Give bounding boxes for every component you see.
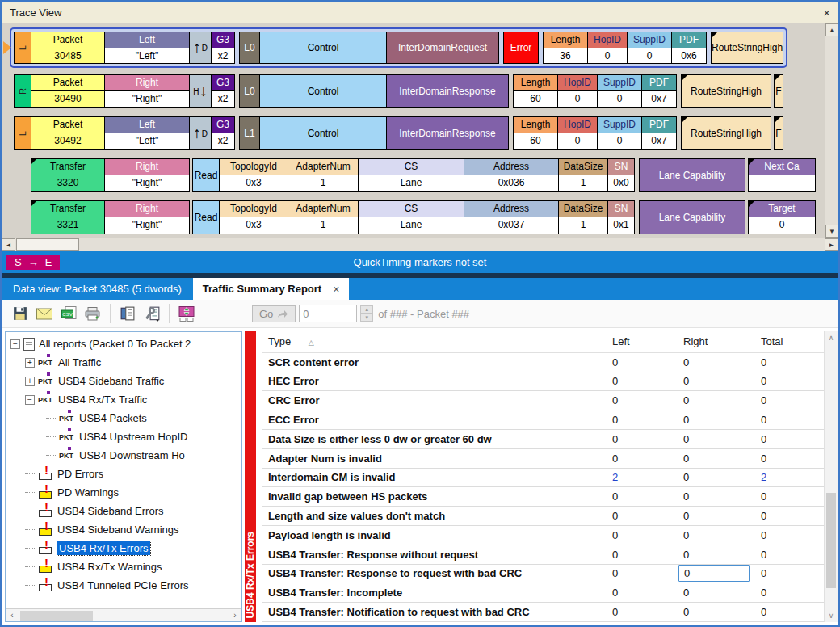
transfer-id-cell[interactable]: Transfer 3321 [31, 200, 105, 234]
transfer-row[interactable]: Transfer 3321 Right "Right" Read Topolog… [14, 200, 825, 234]
length-cell[interactable]: Length36 [543, 32, 588, 64]
datasize-cell[interactable]: DataSize1 [558, 158, 608, 192]
tree-item-usb4-downstream-hopid[interactable]: PKT USB4 Downstream Ho [7, 446, 242, 465]
tree-item-all-reports[interactable]: − All reports (Packet 0 To Packet 2 [7, 335, 242, 353]
table-row[interactable]: Adapter Num is invalid000 [262, 449, 824, 469]
tree-item-usb4-sideband-warnings[interactable]: USB4 Sideband Warnings [7, 520, 242, 539]
hopid-cell[interactable]: HopID0 [557, 116, 598, 150]
datasize-cell[interactable]: DataSize1 [558, 200, 608, 234]
address-cell[interactable]: Address0x037 [464, 200, 559, 234]
close-icon[interactable]: × [823, 6, 830, 19]
packet-number-input[interactable] [299, 305, 357, 322]
control-cell[interactable]: Control [259, 116, 387, 150]
tree-item-all-traffic[interactable]: + PKT All Traffic [7, 353, 242, 372]
table-row[interactable]: SCR content error000 [262, 353, 824, 372]
scroll-up-icon[interactable]: ∧ [825, 331, 838, 344]
column-header-type[interactable]: Type △ [262, 335, 606, 347]
side-cell[interactable]: Right "Right" [104, 74, 190, 108]
save-button[interactable] [10, 304, 31, 323]
message-type-cell[interactable]: InterDomainRequest [386, 32, 499, 64]
routestring-cell[interactable]: RouteStringHigh [681, 74, 771, 108]
scroll-left-icon[interactable]: ‹ [6, 611, 19, 620]
routestring-cell[interactable]: RouteStringHigh [711, 32, 783, 64]
table-row[interactable]: HEC Error000 [262, 372, 824, 392]
routestring-cell[interactable]: RouteStringHigh [681, 116, 771, 150]
scroll-right-icon[interactable]: › [229, 611, 242, 620]
next-field-cell[interactable]: Next Ca [748, 158, 816, 192]
direction-tab[interactable]: L [14, 116, 32, 150]
direction-arrow-cell[interactable]: ↑ D [189, 32, 212, 64]
tree-item-pd-warnings[interactable]: PD Warnings [7, 483, 242, 502]
table-row[interactable]: USB4 Transfer: Notification to request w… [262, 603, 824, 622]
link-cell[interactable]: L1 [239, 116, 260, 150]
packet-id-cell[interactable]: Packet 30490 [31, 74, 105, 108]
expand-icon[interactable]: + [25, 358, 35, 368]
error-cell[interactable]: Error [503, 32, 539, 64]
data-view-label[interactable]: Data view: Packet 30485 (5 dwords) [2, 278, 193, 300]
table-vertical-scrollbar[interactable]: ∧ ∨ [824, 331, 838, 622]
packet-id-cell[interactable]: Packet 30492 [31, 116, 105, 150]
operation-cell[interactable]: Read [192, 158, 220, 192]
table-row[interactable]: USB4 Transfer: Incomplete000 [262, 583, 824, 603]
scrollbar-thumb[interactable] [16, 238, 79, 251]
tree-item-usb4-sideband-errors[interactable]: USB4 Sideband Errors [7, 502, 242, 520]
tree-item-pd-errors[interactable]: PD Errors [7, 465, 242, 483]
column-header-right[interactable]: Right [677, 335, 754, 347]
topologyid-cell[interactable]: TopologyId0x3 [219, 158, 288, 192]
transfer-id-cell[interactable]: Transfer 3320 [31, 158, 105, 192]
capability-cell[interactable]: Lane Capability [639, 200, 746, 234]
scrollbar-thumb[interactable] [20, 611, 93, 621]
suppid-cell[interactable]: SuppID0 [597, 74, 642, 108]
table-row[interactable]: USB4 Transfer: Response to request with … [262, 565, 824, 584]
direction-arrow-cell[interactable]: ↑ D [189, 116, 212, 150]
packet-row[interactable]: L Packet 30485 Left "Left" ↑ D [14, 32, 783, 64]
transfer-row[interactable]: Transfer 3320 Right "Right" Read Topolog… [14, 158, 825, 192]
suppid-cell[interactable]: SuppID0 [597, 116, 642, 150]
collapse-icon[interactable]: − [10, 339, 20, 349]
length-cell[interactable]: Length60 [513, 116, 558, 150]
tree-item-usb4-rxtx-traffic[interactable]: − PKT USB4 Rx/Tx Traffic [7, 390, 242, 409]
sort-ascending-icon[interactable]: △ [309, 339, 314, 347]
link-cell[interactable]: L0 [239, 74, 260, 108]
email-button[interactable] [34, 304, 55, 323]
export-csv-button[interactable]: CSV [58, 304, 79, 323]
length-cell[interactable]: Length60 [513, 74, 558, 108]
hopid-cell[interactable]: HopID0 [557, 74, 598, 108]
trace-vertical-scrollbar[interactable]: ▲ ▼ [825, 23, 838, 238]
side-cell[interactable]: Right "Right" [104, 158, 190, 192]
scroll-left-icon[interactable]: ◄ [2, 238, 15, 251]
report-settings-button[interactable] [141, 304, 162, 323]
tree-horizontal-scrollbar[interactable]: ‹ › [6, 608, 242, 621]
tab-traffic-summary-report[interactable]: Traffic Summary Report × [193, 278, 350, 300]
column-header-total[interactable]: Total [754, 335, 824, 347]
target-field-cell[interactable]: Target0 [748, 200, 816, 234]
table-row-interdomain-cm[interactable]: Interdomain CM is invalid202 [262, 469, 824, 488]
cs-cell[interactable]: CSLane [358, 158, 464, 192]
cs-cell[interactable]: CSLane [358, 200, 464, 234]
adapternum-cell[interactable]: AdapterNum1 [288, 200, 359, 234]
tab-close-icon[interactable]: × [333, 283, 339, 296]
direction-tab[interactable]: L [14, 32, 32, 64]
tree-item-usb4-packets[interactable]: PKT USB4 Packets [7, 409, 242, 427]
direction-arrow-cell[interactable]: H ↓ [189, 74, 212, 108]
clipped-field-cell[interactable]: F [774, 74, 783, 108]
table-row[interactable]: USB4 Transfer: Response without request0… [262, 545, 824, 565]
table-row[interactable]: Invalid gap between HS packets000 [262, 487, 824, 507]
sn-cell[interactable]: SN0x1 [607, 200, 635, 234]
hopid-cell[interactable]: HopID0 [587, 32, 628, 64]
clipped-field-cell[interactable]: F [774, 116, 783, 150]
side-cell[interactable]: Left "Left" [104, 32, 190, 64]
tree-item-usb4-rxtx-errors[interactable]: USB4 Rx/Tx Errors [7, 539, 242, 558]
pdf-cell[interactable]: PDF0x7 [641, 74, 677, 108]
suppid-cell[interactable]: SuppID0 [627, 32, 672, 64]
go-button[interactable]: Go [252, 305, 296, 322]
pdf-cell[interactable]: PDF0x6 [671, 32, 707, 64]
print-button[interactable] [82, 304, 103, 323]
table-row[interactable]: ECC Error000 [262, 410, 824, 430]
tree-item-usb4-sideband-traffic[interactable]: + PKT USB4 Sideband Traffic [7, 372, 242, 390]
table-row[interactable]: Length and size values don't match000 [262, 507, 824, 526]
side-cell[interactable]: Right "Right" [104, 200, 190, 234]
generation-cell[interactable]: G3 x2 [211, 116, 235, 150]
table-row[interactable]: CRC Error000 [262, 391, 824, 410]
expand-icon[interactable]: + [25, 377, 35, 386]
